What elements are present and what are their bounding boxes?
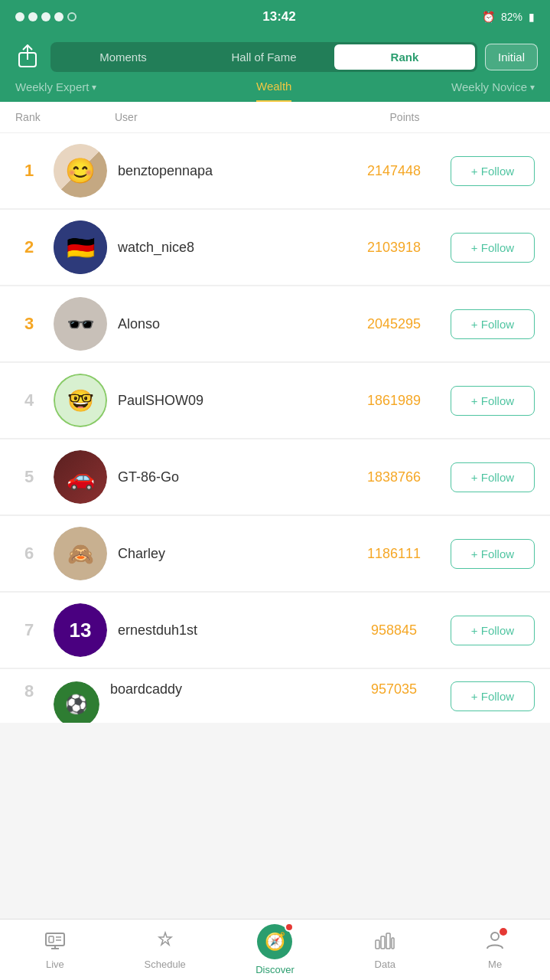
initial-button[interactable]: Initial [485,44,538,70]
avatar-7: 13 [54,603,107,657]
share-button[interactable] [12,41,43,72]
avatar-8: ⚽ [54,681,99,723]
weekly-novice-label: Weekly Novice [451,80,527,93]
points-6: 1186111 [348,546,440,562]
nav-data[interactable]: Data [330,920,440,980]
status-time: 13:42 [262,9,295,24]
nav-discover[interactable]: 🧭 Discover [220,920,330,980]
weekly-expert-label: Weekly Expert [15,80,89,93]
follow-button-7[interactable]: + Follow [451,616,535,645]
table-row: 7 13 ernestduh1st 958845 + Follow [0,593,550,668]
rank-8: 8 [15,681,43,701]
chevron-down-icon: ▾ [92,82,96,93]
follow-button-5[interactable]: + Follow [451,462,535,492]
points-7: 958845 [348,622,440,639]
signal-dot-2 [28,12,37,21]
username-4: PaulSHOW09 [118,393,337,409]
header: Moments Hall of Fame Rank Initial [0,34,550,72]
username-3: Alonso [118,316,337,332]
data-icon [374,929,395,956]
table-row: 8 ⚽ boardcaddy 957035 + Follow [0,669,550,723]
username-8: boardcaddy [110,681,337,697]
table-row: 1 😊 benztopennapa 2147448 + Follow [0,133,550,208]
me-notification-dot [500,928,507,936]
points-4: 1861989 [348,393,440,409]
signal-dot-5 [67,12,76,21]
tab-hall-of-fame[interactable]: Hall of Fame [194,44,334,70]
rank-5: 5 [15,467,43,487]
follow-button-3[interactable]: + Follow [451,309,535,339]
nav-schedule[interactable]: Schedule [110,920,220,980]
table-row: 5 🚗 GT-86-Go 1838766 + Follow [0,439,550,514]
nav-tabs: Moments Hall of Fame Rank [50,42,477,72]
status-right: ⏰ 82% ▮ [482,11,535,23]
status-bar: 13:42 ⏰ 82% ▮ [0,0,550,34]
points-3: 2045295 [348,316,440,332]
username-7: ernestduh1st [118,622,337,639]
svg-rect-7 [376,940,379,949]
svg-point-11 [491,933,499,940]
live-icon [44,929,66,956]
discover-icon: 🧭 [265,932,285,952]
svg-rect-4 [49,936,54,942]
sub-tab-weekly-novice[interactable]: Weekly Novice ▾ [451,80,535,101]
signal-dot-1 [15,12,24,21]
nav-live[interactable]: Live [0,920,110,980]
points-8: 957035 [348,681,440,697]
svg-rect-9 [386,933,390,949]
username-2: watch_nice8 [118,240,337,256]
col-points-header: Points [359,111,451,123]
points-5: 1838766 [348,469,440,485]
nav-live-label: Live [46,959,64,970]
signal-indicators [15,12,76,21]
svg-rect-8 [381,936,385,949]
rank-7: 7 [15,620,43,640]
points-1: 2147448 [348,163,440,179]
column-headers: Rank User Points [0,102,550,133]
rank-1: 1 [15,161,43,181]
nav-discover-label: Discover [255,964,295,975]
nav-schedule-label: Schedule [145,959,186,970]
username-5: GT-86-Go [118,469,337,485]
battery-level: 82% [501,11,522,23]
points-2: 2103918 [348,240,440,256]
alarm-icon: ⏰ [482,11,495,23]
table-row: 6 🙈 Charley 1186111 + Follow [0,516,550,591]
sub-header: Weekly Expert ▾ Wealth Weekly Novice ▾ [0,72,550,102]
avatar-4: 🤓 [54,374,107,427]
follow-button-4[interactable]: + Follow [451,386,535,416]
rank-2: 2 [15,237,43,257]
wealth-label: Wealth [256,80,291,93]
avatar-2: 🇩🇪 [54,220,107,274]
col-user-header: User [115,111,359,123]
username-1: benztopennapa [118,163,337,179]
discover-badge [285,923,294,932]
table-row: 2 🇩🇪 watch_nice8 2103918 + Follow [0,210,550,285]
table-row: 3 🕶️ Alonso 2045295 + Follow [0,286,550,361]
sub-tab-weekly-expert[interactable]: Weekly Expert ▾ [15,80,96,101]
sub-tab-wealth[interactable]: Wealth [256,80,291,102]
table-row: 4 🤓 PaulSHOW09 1861989 + Follow [0,363,550,438]
chevron-down-icon-2: ▾ [530,82,535,93]
bottom-nav: Live Schedule 🧭 Discover Data [0,919,550,980]
signal-dot-3 [41,12,50,21]
rank-6: 6 [15,544,43,564]
rank-4: 4 [15,390,43,410]
leaderboard: 1 😊 benztopennapa 2147448 + Follow 2 🇩🇪 … [0,133,550,723]
schedule-icon [155,929,176,956]
signal-dot-4 [54,12,63,21]
follow-button-2[interactable]: + Follow [451,233,535,263]
follow-button-6[interactable]: + Follow [451,539,535,569]
col-rank-header: Rank [15,111,61,123]
tab-moments[interactable]: Moments [53,44,194,70]
nav-me[interactable]: Me [440,920,550,980]
me-icon [484,929,506,956]
tab-rank[interactable]: Rank [334,44,475,70]
follow-button-1[interactable]: + Follow [451,156,535,186]
battery-icon: ▮ [529,11,535,23]
nav-data-label: Data [375,959,395,970]
avatar-1: 😊 [54,144,107,198]
nav-me-label: Me [488,959,502,970]
follow-button-8[interactable]: + Follow [451,681,535,711]
avatar-3: 🕶️ [54,297,107,351]
